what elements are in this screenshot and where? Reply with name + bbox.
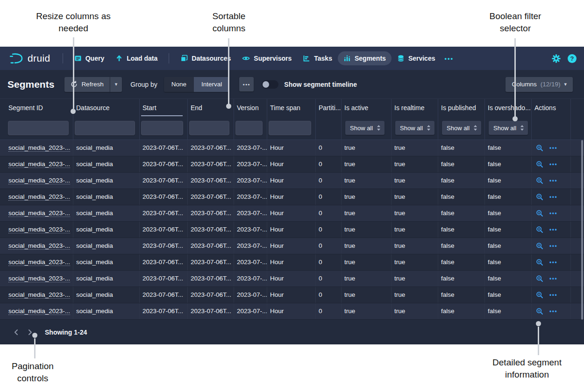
row-more-icon[interactable]: •••	[549, 238, 557, 254]
toolbar: Segments Refresh ▾ Group by	[0, 70, 584, 98]
nav-divider	[169, 53, 169, 63]
column-header-start[interactable]: Start	[140, 99, 188, 116]
segment-id-link[interactable]: social_media_2023-...	[8, 259, 70, 266]
segment-detail-icon[interactable]	[536, 161, 543, 168]
show-all-label: Show all	[493, 125, 516, 132]
nav-item-datasources[interactable]: Datasources	[175, 51, 236, 65]
nav-item-tasks[interactable]: Tasks	[297, 51, 338, 65]
cell-is-realtime: true	[392, 238, 438, 254]
row-more-icon[interactable]: •••	[549, 303, 557, 319]
cell-datasource: social_media	[73, 271, 140, 287]
boolean-filter-is-realtime[interactable]: Show all	[395, 121, 434, 135]
column-header-segment-id[interactable]: Segment ID	[0, 99, 73, 116]
prev-page-button[interactable]	[10, 327, 21, 338]
cell-time-span: Hour	[267, 173, 316, 189]
filter-input-end[interactable]	[189, 121, 229, 135]
cell-version: 2023-07-...	[234, 271, 267, 287]
segment-detail-icon[interactable]	[536, 193, 543, 201]
segment-id-link[interactable]: social_media_2023-...	[8, 291, 70, 299]
cell-is-active: true	[342, 238, 392, 254]
page-title: Segments	[7, 79, 54, 90]
segment-detail-icon[interactable]	[536, 308, 543, 315]
help-icon[interactable]: ?	[568, 54, 577, 63]
column-header-version[interactable]: Version	[234, 99, 267, 116]
segment-id-link[interactable]: social_media_2023-...	[8, 242, 70, 250]
filter-input-time-span[interactable]	[269, 121, 311, 135]
boolean-filter-is-overshadowed[interactable]: Show all	[489, 121, 528, 135]
segment-detail-icon[interactable]	[536, 242, 543, 250]
segment-detail-icon[interactable]	[536, 144, 543, 152]
group-by-none-button[interactable]: None	[164, 77, 194, 92]
nav-item-supervisors[interactable]: Supervisors	[236, 51, 297, 65]
segment-timeline-toggle[interactable]	[262, 80, 278, 89]
group-by-interval-button[interactable]: Interval	[194, 77, 229, 92]
cell-partition: 0	[316, 189, 342, 205]
table-row: social_media_2023-... social_media 2023-…	[0, 254, 584, 271]
refresh-menu-button[interactable]: ▾	[110, 77, 122, 92]
segment-detail-icon[interactable]	[536, 291, 543, 299]
boolean-filter-is-published[interactable]: Show all	[442, 121, 481, 135]
filter-input-version[interactable]	[235, 121, 263, 135]
nav-more-icon[interactable]: •••	[441, 55, 457, 62]
columns-count: (12/19)	[541, 81, 561, 88]
annotation-line-pagination	[34, 338, 36, 358]
refresh-button[interactable]: Refresh	[64, 77, 109, 92]
cell-is-realtime: true	[392, 303, 438, 319]
row-more-icon[interactable]: •••	[549, 156, 557, 172]
cell-is-published: false	[438, 189, 485, 205]
upload-icon	[115, 55, 123, 62]
segment-id-link[interactable]: social_media_2023-...	[8, 210, 70, 217]
column-header-time-span[interactable]: Time span	[267, 99, 316, 116]
column-header-is-realtime[interactable]: Is realtime	[392, 99, 438, 116]
nav-item-segments[interactable]: Segments	[338, 51, 392, 65]
column-header-is-overshadowed[interactable]: Is overshado...	[485, 99, 532, 116]
row-more-icon[interactable]: •••	[549, 222, 557, 238]
cell-is-overshadowed: false	[485, 156, 532, 172]
segment-detail-icon[interactable]	[536, 177, 543, 184]
row-more-icon[interactable]: •••	[549, 205, 557, 221]
nav-item-services[interactable]: Services	[392, 51, 441, 65]
segment-detail-icon[interactable]	[536, 275, 543, 282]
cell-is-realtime: true	[392, 287, 438, 303]
row-more-icon[interactable]: •••	[549, 271, 557, 287]
annotation-line-sortable	[228, 38, 229, 104]
segment-detail-icon[interactable]	[536, 210, 543, 217]
row-more-icon[interactable]: •••	[549, 173, 557, 189]
row-more-icon[interactable]: •••	[549, 140, 557, 156]
column-header-is-active[interactable]: Is active	[342, 99, 392, 116]
cell-start: 2023-07-06T...	[140, 222, 188, 238]
column-header-partition[interactable]: Partiti...	[316, 99, 342, 116]
column-header-actions[interactable]: Actions	[532, 99, 571, 116]
row-more-icon[interactable]: •••	[549, 287, 557, 303]
row-more-icon[interactable]: •••	[549, 189, 557, 205]
segment-detail-icon[interactable]	[536, 226, 543, 233]
row-more-icon[interactable]: •••	[549, 254, 557, 270]
boolean-filter-is-active[interactable]: Show all	[345, 121, 385, 135]
column-header-datasource[interactable]: Datasource	[73, 99, 140, 116]
cell-end: 2023-07-06T...	[188, 222, 234, 238]
segment-id-link[interactable]: social_media_2023-...	[8, 193, 70, 201]
cell-is-published: false	[438, 271, 485, 287]
druid-logo[interactable]: druid	[9, 52, 50, 64]
nav-item-load-data[interactable]: Load data	[110, 51, 163, 65]
vertical-scrollbar[interactable]	[581, 140, 583, 320]
segment-id-link[interactable]: social_media_2023-...	[8, 144, 70, 152]
segment-id-link[interactable]: social_media_2023-...	[8, 275, 70, 282]
nav-item-query[interactable]: Query	[69, 51, 110, 65]
filter-input-start[interactable]	[141, 121, 183, 135]
segment-id-link[interactable]: social_media_2023-...	[8, 177, 70, 184]
column-header-is-published[interactable]: Is published	[438, 99, 485, 116]
cell-datasource: social_media	[73, 173, 140, 189]
cell-version: 2023-07-...	[234, 205, 267, 221]
cell-is-overshadowed: false	[485, 140, 532, 156]
filter-input-segment-id[interactable]	[8, 121, 69, 135]
segment-id-link[interactable]: social_media_2023-...	[8, 161, 70, 168]
filter-input-datasource[interactable]	[75, 121, 135, 135]
cell-is-realtime: true	[392, 205, 438, 221]
segment-id-link[interactable]: social_media_2023-...	[8, 308, 70, 315]
cell-is-published: false	[438, 287, 485, 303]
segment-id-link[interactable]: social_media_2023-...	[8, 226, 70, 233]
segment-detail-icon[interactable]	[536, 259, 543, 266]
toolbar-more-button[interactable]: •••	[239, 77, 254, 91]
settings-gear-icon[interactable]	[552, 54, 561, 63]
